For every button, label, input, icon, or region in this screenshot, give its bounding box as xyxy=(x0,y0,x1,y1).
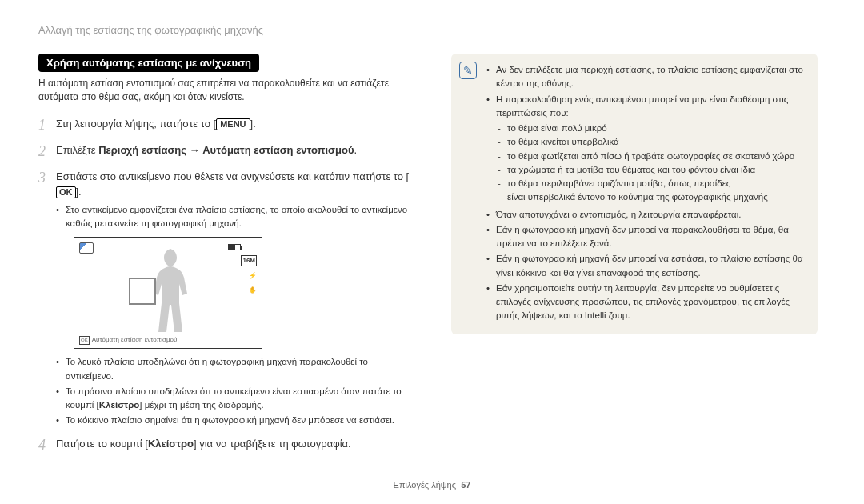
flash-icon: ⚡ xyxy=(241,271,257,281)
camera-screenshot: 16M ⚡ ✋ OKΑυτόματη εστίαση εντοπισμού xyxy=(74,237,262,349)
note-b4: Εάν η φωτογραφική μηχανή δεν μπορεί να π… xyxy=(496,223,806,251)
ok-button-icon: OK xyxy=(56,186,76,198)
note-b1: Αν δεν επιλέξετε μια περιοχή εστίασης, τ… xyxy=(496,63,806,91)
step-number: 2 xyxy=(38,141,56,162)
step-number: 3 xyxy=(38,167,56,430)
menu-button-icon: MENU xyxy=(216,118,250,130)
stabilizer-icon: ✋ xyxy=(241,286,257,295)
note-d6: είναι υπερβολικά έντονο το κούνημα της φ… xyxy=(507,190,768,204)
screenshot-footer: OKΑυτόματη εστίαση εντοπισμού xyxy=(79,335,177,345)
right-status-icons: 16M ⚡ ✋ xyxy=(241,255,257,300)
step3-a: Εστιάστε στο αντικείμενο που θέλετε να α… xyxy=(56,170,409,182)
bullet-dot: • xyxy=(56,414,66,427)
step-number: 1 xyxy=(38,114,56,136)
note-b2: Η παρακολούθηση ενός αντικειμένου μπορεί… xyxy=(496,93,806,121)
note-d5: το θέμα περιλαμβάνει οριζόντια μοτίβα, ό… xyxy=(507,177,730,190)
bullet-dot: • xyxy=(56,385,66,413)
note-icon: ✎ xyxy=(459,62,477,79)
step4-b: Κλείστρο xyxy=(148,438,194,450)
step2-a: Επιλέξτε xyxy=(56,144,98,156)
post-bullet-3: Το κόκκινο πλαίσιο σημαίνει ότι η φωτογρ… xyxy=(66,414,394,427)
note-b5: Εάν η φωτογραφική μηχανή δεν μπορεί να ε… xyxy=(496,252,806,280)
left-column: Χρήση αυτόματης εστίασης με ανίχνευση Η … xyxy=(38,54,416,461)
resolution-icon: 16M xyxy=(241,255,257,266)
step1-tail: ]. xyxy=(250,118,256,130)
note-b6: Εάν χρησιμοποιείτε αυτήν τη λειτουργία, … xyxy=(496,282,806,323)
note-d1: το θέμα είναι πολύ μικρό xyxy=(507,122,607,135)
note-d2: το θέμα κινείται υπερβολικά xyxy=(507,135,619,149)
mode-icon xyxy=(79,242,94,254)
step-number: 4 xyxy=(38,434,56,456)
step-4: 4 Πατήστε το κουμπί [Κλείστρο] για να τρ… xyxy=(38,434,416,456)
section-tag: Χρήση αυτόματης εστίασης με ανίχνευση xyxy=(38,54,259,72)
step-2: 2 Επιλέξτε Περιοχή εστίασης → Αυτόματη ε… xyxy=(38,141,416,162)
note-b3: Όταν αποτυγχάνει ο εντοπισμός, η λειτουρ… xyxy=(496,208,742,222)
step-1: 1 Στη λειτουργία λήψης, πατήστε το [MENU… xyxy=(38,114,416,136)
step3-bullet: Στο αντικείμενο εμφανίζεται ένα πλαίσιο … xyxy=(66,203,416,231)
step2-b: Περιοχή εστίασης xyxy=(98,144,186,156)
step2-c: Αυτόματη εστίαση εντοπισμού xyxy=(202,144,354,156)
step-3: 3 Εστιάστε στο αντικείμενο που θέλετε να… xyxy=(38,167,416,430)
step2-d: . xyxy=(354,144,357,156)
step1-text: Στη λειτουργία λήψης, πατήστε το [ xyxy=(56,118,216,130)
post-bullet-1: Το λευκό πλαίσιο υποδηλώνει ότι η φωτογρ… xyxy=(66,355,416,383)
page-footer: Επιλογές λήψης 57 xyxy=(0,480,864,490)
bullet-dot: • xyxy=(56,355,66,383)
step4-c: ] για να τραβήξετε τη φωτογραφία. xyxy=(194,438,351,450)
page-header: Αλλαγή της εστίασης της φωτογραφικής μηχ… xyxy=(38,24,826,36)
battery-icon xyxy=(228,244,241,250)
note-box: ✎ •Αν δεν επιλέξετε μια περιοχή εστίασης… xyxy=(451,54,818,334)
step4-a: Πατήστε το κουμπί [ xyxy=(56,438,148,450)
note-d3: το θέμα φωτίζεται από πίσω ή τραβάτε φωτ… xyxy=(507,150,794,163)
intro-text: Η αυτόματη εστίαση εντοπισμού σας επιτρέ… xyxy=(38,77,416,105)
note-d4: τα χρώματα ή τα μοτίβα του θέματος και τ… xyxy=(507,163,755,177)
bullet-dot: • xyxy=(56,203,66,231)
right-column: ✎ •Αν δεν επιλέξετε μια περιοχή εστίασης… xyxy=(451,54,818,461)
post-bullet-2: Το πράσινο πλαίσιο υποδηλώνει ότι το αντ… xyxy=(66,385,416,413)
step3-b: ]. xyxy=(76,186,82,198)
step2-arrow: → xyxy=(186,144,202,156)
focus-frame xyxy=(129,278,156,305)
